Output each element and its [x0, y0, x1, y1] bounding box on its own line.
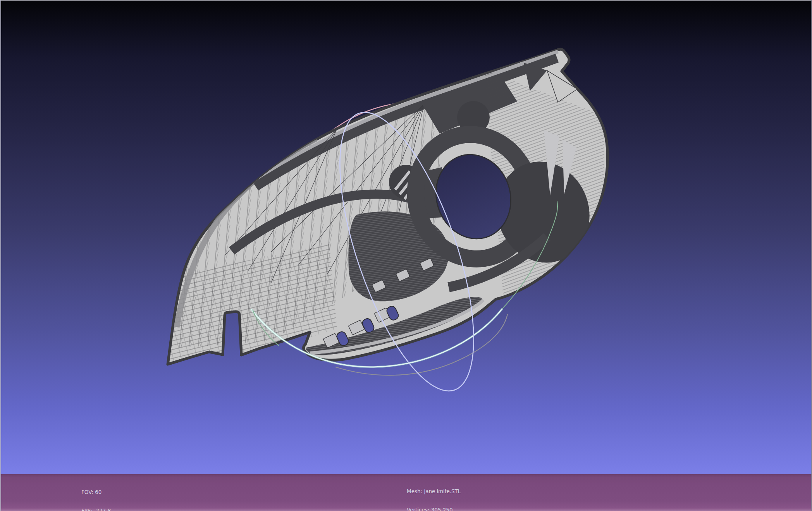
hud-fov-label: FOV: 60 — [81, 489, 123, 495]
mesh-wireframe-model — [168, 49, 607, 364]
hud-mesh-info: Mesh: jane knife.STL Vertices: 305,250 F… — [407, 476, 461, 511]
hud-vertices-label: Vertices: 305,250 — [407, 507, 461, 511]
frame-top-border — [0, 0, 812, 1]
viewport-3d[interactable] — [0, 0, 812, 474]
hud-fps-label: FPS: 277.8 — [81, 508, 123, 511]
meshlab-viewport: FOV: 60 FPS: 277.8 BO_RENDERING Mesh: ja… — [0, 0, 812, 511]
hud-render-info: FOV: 60 FPS: 277.8 BO_RENDERING — [81, 477, 123, 511]
frame-left-border — [0, 0, 1, 511]
hud-mesh-name-label: Mesh: jane knife.STL — [407, 488, 461, 494]
